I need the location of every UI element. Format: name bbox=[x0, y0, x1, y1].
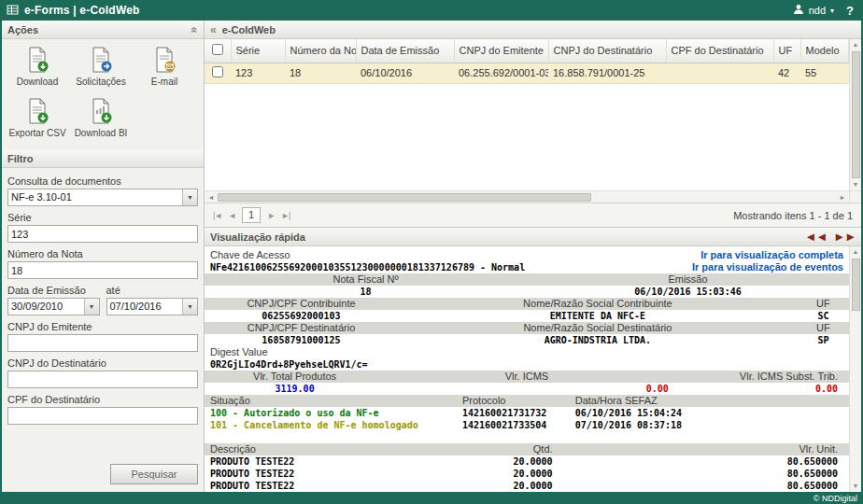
table-header-row: Série Número da Nota Data de Emissão CNP… bbox=[205, 39, 849, 63]
produto-qtd: 20.0000 bbox=[462, 455, 553, 468]
quickview-title: Visualização rápida bbox=[210, 231, 799, 243]
cell-data-emissao: 06/10/2016 bbox=[356, 63, 454, 83]
col-cnpj-destinatario[interactable]: CNPJ do Destinatário bbox=[548, 39, 666, 63]
collapse-actions-icon[interactable]: « bbox=[189, 26, 202, 33]
last-page-icon[interactable]: ►| bbox=[281, 211, 290, 220]
sefaz-label: Data/Hora SEFAZ bbox=[575, 395, 849, 407]
cpf-destinatario-input[interactable] bbox=[7, 407, 198, 425]
filter-panel-title: Filtro bbox=[7, 153, 34, 164]
actions-panel-title: Ações bbox=[7, 24, 38, 35]
vlr-icms-label: Vlr. ICMS bbox=[385, 371, 669, 383]
digest-value-label: Digest Value bbox=[210, 346, 268, 358]
quickview-header: Visualização rápida ◄◄ ►► bbox=[205, 228, 861, 246]
numero-nota-input[interactable] bbox=[7, 261, 198, 279]
vlr-icms-st-label: Vlr. ICMS Subst. Trib. bbox=[669, 371, 849, 383]
hscroll-thumb[interactable] bbox=[218, 193, 591, 202]
quickview-section: Visualização rápida ◄◄ ►► Chave de Acess… bbox=[205, 228, 861, 492]
scroll-up-icon[interactable]: ▲ bbox=[853, 39, 859, 50]
link-visualizacao-eventos[interactable]: Ir para visualização de eventos bbox=[692, 261, 843, 273]
cnpj-destinatario-input[interactable] bbox=[7, 371, 198, 388]
serie-input[interactable] bbox=[7, 225, 198, 243]
action-label: E-mail bbox=[151, 77, 177, 87]
col-cpf-destinatario[interactable]: CPF do Destinatário bbox=[666, 39, 773, 63]
cell-numero-nota: 18 bbox=[285, 63, 356, 83]
band-produtos: Descrição Qtd. Vlr. Unit. bbox=[205, 443, 849, 455]
scroll-up-icon[interactable]: ▲ bbox=[853, 246, 859, 258]
data-emissao-label: Data de Emissão bbox=[7, 285, 100, 296]
action-exportar-csv[interactable]: Exportar CSV bbox=[6, 98, 69, 138]
grid-panel-title: e-ColdWeb bbox=[222, 24, 276, 35]
scroll-left-icon[interactable]: ◄ bbox=[205, 191, 218, 203]
vscroll-thumb[interactable] bbox=[852, 259, 860, 311]
produto-vlr-unit: 80.650000 bbox=[553, 455, 849, 468]
band-contribuinte: CNPJ/CPF Contribuinte Nome/Razão Social … bbox=[205, 298, 849, 310]
chevron-down-icon[interactable]: ▼ bbox=[84, 299, 99, 315]
action-solicitacoes[interactable]: Solicitações bbox=[69, 47, 133, 87]
cnpj-emitente-input[interactable] bbox=[7, 334, 198, 352]
help-button[interactable]: ? bbox=[846, 4, 854, 18]
results-table: Série Número da Nota Data de Emissão CNP… bbox=[205, 39, 849, 84]
protocolo-label: Protocolo bbox=[462, 395, 575, 407]
scroll-right-icon[interactable]: ► bbox=[836, 191, 849, 203]
vscroll-thumb[interactable] bbox=[852, 51, 860, 178]
situacao-data: 06/10/2016 15:04:24 bbox=[575, 407, 849, 419]
produto-qtd: 20.0000 bbox=[462, 468, 553, 480]
produto-row: PRODUTO TESTE22 20.0000 80.650000 bbox=[205, 480, 849, 492]
table-row[interactable]: 123 18 06/10/2016 06.255.692/0001-03 16.… bbox=[205, 63, 849, 83]
consulta-documentos-select[interactable]: NF-e 3.10-01 ▼ bbox=[7, 189, 198, 206]
situacao-data: 07/10/2016 08:37:18 bbox=[575, 419, 849, 431]
cell-uf: 42 bbox=[773, 63, 800, 83]
scroll-corner bbox=[849, 190, 861, 203]
vlr-icms-value: 0.00 bbox=[385, 383, 669, 395]
action-download[interactable]: Download bbox=[6, 47, 69, 87]
chevron-down-icon[interactable]: ▾ bbox=[830, 7, 834, 15]
scroll-down-icon[interactable]: ▼ bbox=[853, 481, 859, 492]
grid-vertical-scrollbar[interactable]: ▲ ▼ bbox=[849, 39, 861, 190]
select-all-checkbox[interactable] bbox=[212, 44, 223, 55]
requests-document-icon bbox=[89, 47, 113, 75]
cell-cpf-destinatario bbox=[666, 63, 773, 83]
action-download-bi[interactable]: Download BI bbox=[69, 98, 133, 138]
produto-descricao: PRODUTO TESTE22 bbox=[205, 455, 462, 468]
next-document-icon[interactable]: ►► bbox=[833, 230, 856, 244]
col-serie[interactable]: Série bbox=[231, 39, 285, 63]
link-visualizacao-completa[interactable]: Ir para visualização completa bbox=[700, 249, 843, 261]
prev-page-icon[interactable]: ◄ bbox=[228, 211, 235, 220]
quickview-vertical-scrollbar[interactable]: ▲ ▼ bbox=[849, 246, 861, 492]
produto-vlr-unit: 80.650000 bbox=[553, 468, 849, 480]
pesquisar-button[interactable]: Pesquisar bbox=[110, 464, 198, 484]
next-page-icon[interactable]: ► bbox=[267, 211, 275, 220]
col-uf[interactable]: UF bbox=[773, 39, 800, 63]
data-emissao-de-value: 30/09/2010 bbox=[8, 299, 84, 315]
nome-contribuinte-value: EMITENTE DA NFC-E bbox=[398, 310, 798, 322]
cnpj-destinatario-label: CNPJ/CPF Destinatário bbox=[205, 322, 398, 334]
results-section: « e-ColdWeb Série bbox=[205, 21, 861, 228]
col-modelo[interactable]: Modelo bbox=[800, 39, 849, 63]
row-checkbox[interactable] bbox=[212, 66, 223, 77]
statusbar: © NDDigital bbox=[2, 492, 861, 504]
chevron-down-icon[interactable]: ▼ bbox=[182, 189, 197, 205]
cnpj-contribuinte-value: 06255692000103 bbox=[205, 310, 398, 322]
consulta-documentos-label: Consulta de documentos bbox=[7, 175, 198, 187]
col-data-emissao[interactable]: Data de Emissão bbox=[356, 39, 454, 63]
collapse-panel-icon[interactable]: « bbox=[210, 23, 217, 36]
col-numero-nota[interactable]: Número da Nota bbox=[285, 39, 356, 63]
action-email[interactable]: E-mail bbox=[133, 47, 196, 87]
chevron-down-icon[interactable]: ▼ bbox=[182, 299, 197, 315]
previous-document-icon[interactable]: ◄◄ bbox=[805, 230, 828, 244]
produto-vlr-unit: 80.650000 bbox=[553, 480, 849, 492]
data-emissao-ate-picker[interactable]: 07/10/2016 ▼ bbox=[106, 298, 199, 315]
horizontal-scrollbar[interactable]: ◄ ► bbox=[205, 190, 849, 203]
col-cnpj-emitente[interactable]: CNPJ do Emitente bbox=[454, 39, 548, 63]
data-emissao-de-picker[interactable]: 30/09/2010 ▼ bbox=[7, 298, 100, 315]
user-menu[interactable]: ndd bbox=[809, 5, 826, 16]
ate-label: até bbox=[106, 285, 199, 296]
produto-descricao: PRODUTO TESTE22 bbox=[205, 468, 462, 480]
produto-descricao: PRODUTO TESTE22 bbox=[205, 480, 462, 492]
band-nota-emissao: Nota Fiscal Nº Emissão bbox=[205, 273, 849, 286]
scroll-down-icon[interactable]: ▼ bbox=[853, 179, 859, 190]
situacao-row: 101 - Cancelamento de NF-e homologado 14… bbox=[205, 419, 849, 431]
first-page-icon[interactable]: |◄ bbox=[213, 211, 221, 220]
export-csv-icon bbox=[25, 98, 50, 126]
current-page-box[interactable]: 1 bbox=[242, 207, 261, 223]
